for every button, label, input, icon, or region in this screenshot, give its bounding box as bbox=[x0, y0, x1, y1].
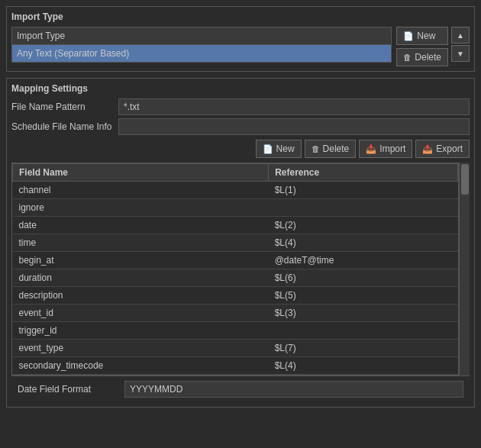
mapping-settings-title: Mapping Settings bbox=[11, 83, 470, 94]
mapping-import-icon: 📥 bbox=[366, 144, 376, 154]
schedule-file-name-row: Schedule File Name Info bbox=[11, 118, 470, 135]
reference-cell: $L(4) bbox=[269, 234, 458, 252]
field-name-cell: time bbox=[13, 234, 269, 252]
mapping-toolbar: 📄 New 🗑 Delete 📥 Import 📤 Export bbox=[11, 140, 470, 158]
table-row[interactable]: secondary_timecode$L(4) bbox=[13, 357, 458, 375]
import-type-section: Import Type Import Type Any Text (Separa… bbox=[6, 6, 475, 72]
delete-icon: 🗑 bbox=[403, 53, 412, 62]
import-type-row-value: Any Text (Separator Based) bbox=[12, 45, 392, 63]
arrow-up-button[interactable]: ▲ bbox=[451, 27, 470, 44]
table-row[interactable]: event_type$L(7) bbox=[13, 340, 458, 357]
mapping-import-button[interactable]: 📥 Import bbox=[359, 140, 412, 158]
field-name-col-header: Field Name bbox=[13, 164, 269, 182]
field-name-cell: channel bbox=[13, 182, 269, 199]
field-name-cell: description bbox=[13, 287, 269, 305]
date-format-label: Date Field Format bbox=[18, 384, 124, 395]
reference-cell: $L(1) bbox=[269, 182, 458, 199]
field-name-cell: date bbox=[13, 217, 269, 234]
field-name-cell: event_id bbox=[13, 305, 269, 322]
field-name-cell: duration bbox=[13, 269, 269, 287]
reference-cell: $L(7) bbox=[269, 340, 458, 357]
date-format-row: Date Field Format bbox=[11, 375, 470, 402]
field-table-wrapper: Field Name Reference channel$L(1)ignored… bbox=[11, 163, 470, 375]
import-type-right: 📄 New 🗑 Delete ▲ ▼ bbox=[396, 27, 470, 66]
table-row[interactable]: time$L(4) bbox=[13, 234, 458, 252]
import-type-left: Import Type Any Text (Separator Based) bbox=[11, 27, 392, 63]
table-row[interactable]: begin_at@dateT@time bbox=[13, 252, 458, 269]
file-name-pattern-label: File Name Pattern bbox=[11, 102, 118, 112]
mapping-export-button[interactable]: 📤 Export bbox=[415, 140, 470, 158]
scrollbar-thumb bbox=[461, 164, 469, 195]
reference-cell: @dateT@time bbox=[269, 252, 458, 269]
mapping-new-button[interactable]: 📄 New bbox=[256, 140, 302, 158]
table-row[interactable]: duration$L(6) bbox=[13, 269, 458, 287]
table-row[interactable]: ignore bbox=[13, 199, 458, 217]
date-format-input[interactable] bbox=[124, 381, 463, 398]
new-delete-buttons: 📄 New 🗑 Delete bbox=[396, 27, 448, 66]
arrow-buttons: ▲ ▼ bbox=[451, 27, 470, 62]
reference-cell: $L(2) bbox=[269, 217, 458, 234]
field-name-cell: begin_at bbox=[13, 252, 269, 269]
vertical-scrollbar[interactable] bbox=[459, 163, 470, 375]
import-type-row[interactable]: Any Text (Separator Based) bbox=[12, 45, 392, 63]
field-name-cell: trigger_id bbox=[13, 322, 269, 340]
import-type-col-header: Import Type bbox=[12, 27, 392, 45]
field-table-header-row: Field Name Reference bbox=[13, 164, 458, 182]
import-type-table: Import Type Any Text (Separator Based) bbox=[11, 27, 392, 63]
arrow-down-button[interactable]: ▼ bbox=[451, 45, 470, 62]
import-type-delete-button[interactable]: 🗑 Delete bbox=[396, 48, 448, 66]
field-table: Field Name Reference channel$L(1)ignored… bbox=[12, 163, 458, 375]
schedule-file-name-label: Schedule File Name Info bbox=[11, 121, 118, 132]
new-icon: 📄 bbox=[403, 31, 414, 41]
mapping-delete-icon: 🗑 bbox=[312, 144, 320, 153]
reference-cell bbox=[269, 199, 458, 217]
reference-cell: $L(4) bbox=[269, 357, 458, 375]
table-row[interactable]: channel$L(1) bbox=[13, 182, 458, 199]
mapping-delete-button[interactable]: 🗑 Delete bbox=[305, 140, 357, 158]
file-name-pattern-row: File Name Pattern bbox=[11, 98, 470, 115]
field-name-cell: ignore bbox=[13, 199, 269, 217]
reference-cell: $L(3) bbox=[269, 305, 458, 322]
field-name-cell: event_type bbox=[13, 340, 269, 357]
import-type-new-button[interactable]: 📄 New bbox=[396, 27, 448, 45]
file-name-pattern-input[interactable] bbox=[118, 98, 470, 115]
mapping-new-icon: 📄 bbox=[263, 144, 273, 154]
reference-cell: $L(6) bbox=[269, 269, 458, 287]
mapping-export-icon: 📤 bbox=[422, 144, 433, 154]
reference-cell bbox=[269, 322, 458, 340]
table-row[interactable]: date$L(2) bbox=[13, 217, 458, 234]
schedule-file-name-input[interactable] bbox=[118, 118, 470, 135]
table-row[interactable]: event_id$L(3) bbox=[13, 305, 458, 322]
field-name-cell: secondary_timecode bbox=[13, 357, 269, 375]
table-row[interactable]: description$L(5) bbox=[13, 287, 458, 305]
table-row[interactable]: trigger_id bbox=[13, 322, 458, 340]
mapping-settings-section: Mapping Settings File Name Pattern Sched… bbox=[6, 78, 475, 408]
field-table-container[interactable]: Field Name Reference channel$L(1)ignored… bbox=[11, 163, 459, 375]
reference-cell: $L(5) bbox=[269, 287, 458, 305]
reference-col-header: Reference bbox=[269, 164, 458, 182]
import-type-title: Import Type bbox=[11, 11, 470, 22]
